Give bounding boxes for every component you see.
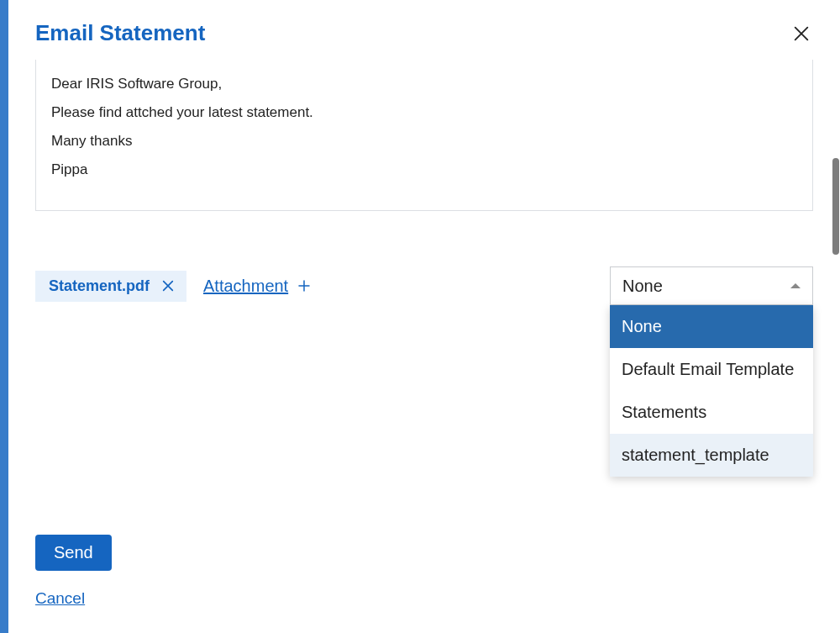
template-option-statements[interactable]: Statements [610, 391, 813, 434]
template-option-none[interactable]: None [610, 305, 813, 348]
template-option-default[interactable]: Default Email Template [610, 348, 813, 391]
close-button[interactable] [790, 22, 813, 45]
template-select-dropdown: None Default Email Template Statements s… [610, 305, 813, 477]
add-attachment-link[interactable]: Attachment [203, 277, 312, 296]
template-select: None None Default Email Template Stateme… [610, 266, 813, 305]
message-line: Please find attched your latest statemen… [51, 98, 797, 127]
template-select-value: None [622, 277, 663, 296]
chevron-up-icon [790, 283, 801, 288]
drawer-accent [0, 0, 8, 633]
message-line: Many thanks [51, 127, 797, 156]
cancel-link[interactable]: Cancel [35, 589, 85, 608]
scrollbar-thumb[interactable] [832, 158, 839, 255]
close-icon [161, 279, 175, 293]
panel-footer: Send Cancel [35, 535, 112, 608]
page-title: Email Statement [35, 20, 205, 46]
send-button[interactable]: Send [35, 535, 112, 571]
message-line: Dear IRIS Software Group, [51, 70, 797, 98]
close-icon [792, 24, 811, 43]
remove-attachment-button[interactable] [161, 279, 175, 293]
template-select-trigger[interactable]: None [610, 266, 813, 305]
panel-header: Email Statement [8, 0, 840, 46]
template-option-statement-template[interactable]: statement_template [610, 434, 813, 477]
email-statement-panel: Email Statement Dear IRIS Software Group… [8, 0, 840, 633]
attachment-row: Statement.pdf Attachment None None Defau… [35, 266, 813, 305]
add-attachment-label: Attachment [203, 277, 288, 296]
message-line: Pippa [51, 156, 797, 184]
attachment-chip: Statement.pdf [35, 271, 186, 302]
attachment-filename: Statement.pdf [49, 277, 150, 295]
plus-icon [297, 278, 312, 293]
message-body[interactable]: Dear IRIS Software Group, Please find at… [35, 60, 813, 211]
